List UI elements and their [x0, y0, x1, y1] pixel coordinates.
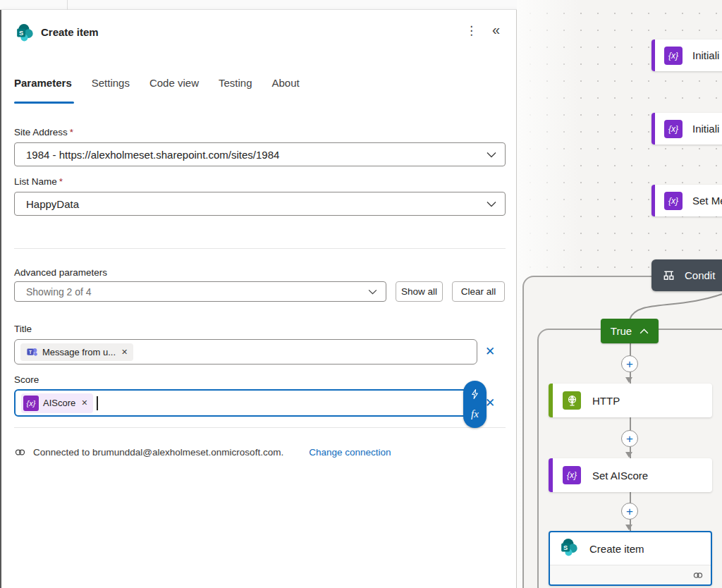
- title-token-label: Message from u...: [42, 347, 116, 357]
- tab-bar: Parameters Settings Code view Testing Ab…: [14, 77, 300, 89]
- advanced-parameters-select[interactable]: Showing 2 of 4: [14, 281, 386, 302]
- svg-text:S: S: [563, 544, 568, 551]
- variable-icon: {x}: [664, 120, 683, 138]
- lightning-icon[interactable]: [470, 388, 479, 400]
- variable-icon: {x}: [563, 466, 581, 484]
- accent-bar: [549, 384, 553, 417]
- show-all-button[interactable]: Show all: [396, 281, 443, 302]
- score-field-label: Score: [14, 374, 39, 385]
- connector-arrow-icon: [625, 377, 632, 383]
- expression-fx-icon[interactable]: fx: [471, 408, 479, 420]
- node-label: Initiali: [692, 123, 719, 135]
- site-address-select[interactable]: 1984 - https://alexholmeset.sharepoint.c…: [14, 142, 506, 166]
- token-close-icon[interactable]: ✕: [81, 398, 87, 408]
- title-input[interactable]: T Message from u... ✕: [14, 339, 477, 365]
- advanced-parameters-value: Showing 2 of 4: [26, 286, 368, 298]
- score-token-pill[interactable]: {x} AIScore ✕: [21, 393, 93, 413]
- section-divider: [14, 248, 506, 249]
- insert-step-button[interactable]: +: [621, 430, 638, 447]
- window-top-strip: [0, 0, 517, 10]
- accent-bar: [651, 113, 655, 145]
- plus-icon: +: [626, 358, 633, 370]
- create-item-main-row: S Create item: [550, 532, 711, 565]
- clear-all-button[interactable]: Clear all: [452, 281, 505, 302]
- create-item-footer: [550, 565, 711, 584]
- condition-icon: [662, 269, 675, 282]
- true-branch-pill[interactable]: True: [601, 319, 659, 343]
- score-input[interactable]: {x} AIScore ✕: [14, 389, 477, 417]
- node-initialize-variable-1[interactable]: {x} Initiali: [651, 39, 722, 71]
- node-set-message[interactable]: {x} Set Me: [651, 185, 722, 216]
- node-initialize-variable-2[interactable]: {x} Initiali: [651, 113, 722, 145]
- connection-link-icon: [692, 570, 704, 581]
- accent-bar: [549, 458, 553, 492]
- chevron-up-icon: [640, 329, 649, 334]
- node-label: Initiali: [692, 49, 719, 61]
- site-address-label: Site Address*: [14, 127, 73, 137]
- true-branch-label: True: [611, 325, 632, 337]
- node-http[interactable]: HTTP: [549, 384, 712, 417]
- sharepoint-icon: S: [16, 23, 34, 42]
- title-field-label: Title: [14, 324, 32, 334]
- score-token-label: AIScore: [43, 398, 75, 408]
- teams-icon: T: [26, 346, 38, 358]
- plus-icon: +: [626, 506, 633, 517]
- globe-icon: [563, 391, 581, 410]
- plus-icon: +: [626, 433, 633, 445]
- insert-step-button[interactable]: +: [621, 355, 638, 372]
- token-close-icon[interactable]: ✕: [121, 348, 128, 357]
- accent-bar: [651, 39, 655, 71]
- chevron-down-icon: [368, 289, 377, 295]
- flow-canvas[interactable]: {x} Initiali {x} Initiali {x} Set Me Con…: [517, 0, 722, 588]
- tab-testing[interactable]: Testing: [219, 77, 252, 89]
- sharepoint-icon: S: [560, 538, 578, 559]
- node-condition[interactable]: Condit: [651, 259, 722, 291]
- node-create-item-selected[interactable]: S Create item: [549, 531, 712, 586]
- text-cursor: [97, 396, 98, 410]
- list-name-value: HappyData: [26, 198, 487, 210]
- node-label: Set AIScore: [592, 470, 648, 482]
- chevron-down-icon: [487, 201, 496, 207]
- node-label: HTTP: [592, 395, 620, 407]
- required-asterisk: *: [59, 176, 63, 187]
- chevron-down-icon: [487, 152, 496, 158]
- clear-score-field-icon[interactable]: ✕: [485, 396, 495, 410]
- connection-link-icon: [14, 446, 26, 458]
- required-asterisk: *: [70, 127, 73, 137]
- page-title: Create item: [41, 26, 99, 38]
- variable-icon: {x}: [664, 47, 683, 65]
- advanced-parameters-label: Advanced parameters: [14, 267, 107, 278]
- node-label: Create item: [589, 543, 644, 555]
- tab-settings[interactable]: Settings: [92, 77, 130, 89]
- node-set-aiscore[interactable]: {x} Set AIScore: [549, 458, 712, 492]
- title-token-pill[interactable]: T Message from u... ✕: [20, 343, 133, 361]
- node-label: Set Me: [692, 195, 722, 207]
- clear-title-field-icon[interactable]: ✕: [485, 344, 495, 359]
- section-divider: [14, 427, 506, 428]
- active-tab-underline: [14, 102, 74, 104]
- dynamic-content-capsule: fx: [463, 381, 487, 428]
- tab-parameters[interactable]: Parameters: [14, 77, 72, 89]
- connector-arrow-icon: [625, 525, 632, 530]
- tab-code-view[interactable]: Code view: [149, 77, 199, 89]
- list-name-select[interactable]: HappyData: [14, 192, 506, 216]
- accent-bar: [651, 185, 655, 216]
- list-name-label: List Name*: [14, 176, 63, 187]
- change-connection-link[interactable]: Change connection: [309, 447, 391, 458]
- top-strip-divider: [67, 0, 68, 10]
- connection-footer: Connected to brumunddal@alexholmeset.onm…: [14, 446, 391, 458]
- connected-text: Connected to brumunddal@alexholmeset.onm…: [33, 447, 283, 458]
- collapse-panel-icon[interactable]: «: [492, 22, 500, 38]
- connector-arrow-icon: [625, 452, 632, 458]
- node-label: Condit: [685, 269, 715, 281]
- insert-step-button[interactable]: +: [621, 503, 638, 520]
- site-address-value: 1984 - https://alexholmeset.sharepoint.c…: [26, 149, 487, 161]
- tab-about[interactable]: About: [272, 77, 300, 89]
- variable-icon: {x}: [664, 192, 683, 210]
- variable-icon: {x}: [23, 396, 39, 411]
- more-menu-icon[interactable]: ⋮: [465, 23, 477, 38]
- svg-text:S: S: [19, 30, 23, 37]
